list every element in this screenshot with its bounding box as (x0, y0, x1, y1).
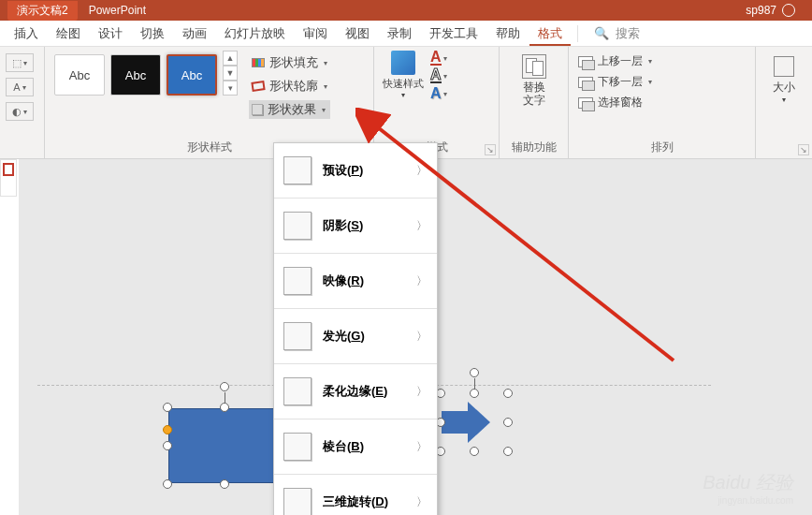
group-label-alt: 辅助功能 (505, 137, 562, 158)
effect-icon (252, 104, 263, 115)
group-arrange: 上移一层 ▾ 下移一层 ▾ 选择窗格 排列 (569, 47, 756, 158)
gallery-up-button[interactable]: ▲ (223, 51, 238, 66)
submenu-arrow-icon: 〉 (416, 218, 428, 234)
style-gallery[interactable]: Abc Abc Abc (51, 51, 221, 99)
merge-shapes-button[interactable]: ◐▾ (6, 102, 34, 121)
text-effects-icon: A (430, 86, 442, 101)
rectangle-shape-selected[interactable] (168, 408, 281, 483)
effect-preview-icon (283, 488, 312, 515)
resize-handle[interactable] (470, 447, 479, 456)
bring-forward-icon (578, 56, 593, 67)
size-button[interactable]: 大小 ▾ (761, 51, 806, 104)
tab-record[interactable]: 录制 (379, 22, 420, 46)
text-fill-button[interactable]: A▾ (430, 51, 447, 66)
tab-animations[interactable]: 动画 (174, 22, 215, 46)
gallery-down-button[interactable]: ▼ (223, 66, 238, 81)
outline-icon (251, 81, 265, 92)
resize-handle[interactable] (503, 389, 513, 398)
size-icon (774, 56, 794, 77)
fill-icon (252, 58, 265, 67)
send-backward-icon (578, 77, 593, 88)
alt-text-icon (522, 54, 546, 79)
selection-pane-button[interactable]: 选择窗格 (578, 95, 746, 110)
effects-menu-item-p[interactable]: 预设(P)〉 (274, 143, 437, 198)
style-swatch-3-selected[interactable]: Abc (167, 54, 217, 96)
resize-handle[interactable] (220, 479, 229, 489)
submenu-arrow-icon: 〉 (416, 273, 428, 289)
search-placeholder[interactable]: 搜索 (616, 25, 640, 42)
submenu-arrow-icon: 〉 (416, 494, 428, 510)
effects-menu-item-r[interactable]: 映像(R)〉 (274, 254, 437, 308)
effect-preview-icon (283, 433, 312, 461)
send-backward-button[interactable]: 下移一层 ▾ (578, 74, 746, 90)
resize-handle[interactable] (220, 403, 229, 412)
slide-thumbnail-panel[interactable] (0, 159, 17, 197)
effects-menu-item-b[interactable]: 棱台(B)〉 (274, 419, 437, 474)
tab-format[interactable]: 格式 (529, 22, 571, 46)
adjust-handle[interactable] (163, 425, 172, 434)
tab-devtools[interactable]: 开发工具 (421, 22, 486, 46)
text-effects-button[interactable]: A▾ (430, 86, 447, 101)
tab-design[interactable]: 设计 (90, 22, 131, 46)
wordart-launcher[interactable]: ↘ (485, 144, 496, 155)
account-button[interactable]: sp987 (746, 4, 795, 17)
submenu-arrow-icon: 〉 (416, 329, 428, 345)
text-fill-icon: A (430, 51, 442, 66)
tab-transitions[interactable]: 切换 (132, 22, 173, 46)
effect-preview-icon (283, 212, 312, 240)
bring-forward-button[interactable]: 上移一层 ▾ (578, 53, 746, 69)
tab-view[interactable]: 视图 (337, 22, 378, 46)
slide-thumbnail-1[interactable] (3, 163, 14, 176)
shape-effects-button[interactable]: 形状效果▾ (249, 100, 330, 119)
resize-handle[interactable] (163, 441, 172, 450)
user-name: sp987 (746, 4, 776, 17)
alt-text-button[interactable]: 替换文字 (505, 51, 562, 107)
tab-slideshow[interactable]: 幻灯片放映 (216, 22, 294, 46)
effects-menu-item-e[interactable]: 柔化边缘(E)〉 (274, 364, 437, 419)
doc-title: 演示文稿2 (7, 1, 78, 21)
tab-review[interactable]: 审阅 (295, 22, 336, 46)
tab-help[interactable]: 帮助 (487, 22, 529, 46)
tab-draw[interactable]: 绘图 (48, 22, 89, 46)
selection-pane-icon (578, 97, 593, 109)
effect-preview-icon (283, 267, 312, 295)
group-alt-text: 替换文字 辅助功能 (500, 47, 569, 158)
resize-handle[interactable] (470, 389, 479, 398)
tab-insert[interactable]: 插入 (6, 22, 47, 46)
edit-shape-button[interactable]: ⬚▾ (6, 53, 34, 72)
group-size: 大小 ▾ ↘ (756, 47, 812, 158)
submenu-arrow-icon: 〉 (416, 384, 428, 400)
text-outline-button[interactable]: A▾ (430, 68, 447, 83)
shape-effects-menu: 预设(P)〉阴影(S)〉映像(R)〉发光(G)〉柔化边缘(E)〉棱台(B)〉三维… (273, 142, 438, 515)
rotate-handle[interactable] (220, 382, 229, 391)
resize-handle[interactable] (503, 447, 513, 456)
effect-preview-icon (283, 377, 312, 405)
style-swatch-2[interactable]: Abc (110, 54, 161, 96)
app-name: PowerPoint (89, 4, 146, 17)
group-label-arrange: 排列 (574, 137, 749, 158)
resize-handle[interactable] (163, 403, 172, 412)
effects-menu-item-g[interactable]: 发光(G)〉 (274, 309, 437, 363)
group-insert-shapes: ⬚▾ A▾ ◐▾ (0, 47, 45, 158)
ribbon-tabs: 插入 绘图 设计 切换 动画 幻灯片放映 审阅 视图 录制 开发工具 帮助 格式… (0, 21, 812, 47)
shape-fill-button[interactable]: 形状填充▾ (249, 53, 330, 72)
avatar-icon (782, 4, 795, 17)
size-launcher[interactable]: ↘ (798, 144, 809, 155)
shape-outline-button[interactable]: 形状轮廓▾ (249, 77, 330, 96)
resize-handle[interactable] (163, 479, 172, 489)
gallery-more-button[interactable]: ▾ (223, 81, 238, 96)
search-icon[interactable]: 🔍 (594, 26, 609, 40)
submenu-arrow-icon: 〉 (416, 439, 428, 455)
title-bar: 演示文稿2 PowerPoint sp987 (0, 0, 812, 21)
resize-handle[interactable] (503, 418, 513, 427)
quick-styles-button[interactable]: 快速样式 ▾ (380, 51, 427, 99)
effect-preview-icon (283, 156, 312, 184)
arrow-shape-selected[interactable] (442, 394, 507, 450)
effects-menu-item-s[interactable]: 阴影(S)〉 (274, 199, 437, 253)
effects-menu-item-d[interactable]: 三维旋转(D)〉 (274, 475, 437, 515)
textbox-button[interactable]: A▾ (6, 78, 34, 96)
brush-icon (391, 51, 415, 75)
rotate-handle[interactable] (470, 368, 479, 377)
style-swatch-1[interactable]: Abc (54, 54, 105, 96)
effect-preview-icon (283, 322, 312, 350)
